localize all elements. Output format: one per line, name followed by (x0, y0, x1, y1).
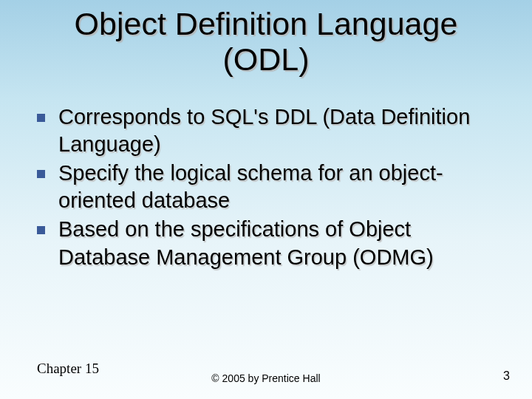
bullet-text: Corresponds to SQL's DDL (Data Definitio… (58, 103, 505, 158)
bullet-text: Based on the specifications of Object Da… (58, 216, 505, 270)
square-bullet-icon (37, 114, 45, 122)
bullet-text: Specify the logical schema for an object… (58, 160, 505, 214)
square-bullet-icon (37, 226, 45, 234)
slide-body: Corresponds to SQL's DDL (Data Definitio… (37, 103, 505, 273)
slide: Object Definition Language (ODL) Corresp… (0, 0, 532, 399)
list-item: Corresponds to SQL's DDL (Data Definitio… (37, 103, 505, 158)
slide-footer: Chapter 15 © 2005 by Prentice Hall 3 (0, 355, 532, 384)
title-line-1: Object Definition Language (75, 6, 458, 41)
square-bullet-icon (37, 170, 45, 178)
list-item: Based on the specifications of Object Da… (37, 216, 505, 270)
footer-page-number: 3 (503, 369, 510, 383)
title-line-2: (ODL) (222, 41, 309, 77)
slide-title: Object Definition Language (ODL) (0, 6, 532, 77)
footer-copyright: © 2005 by Prentice Hall (0, 372, 532, 384)
list-item: Specify the logical schema for an object… (37, 160, 505, 214)
